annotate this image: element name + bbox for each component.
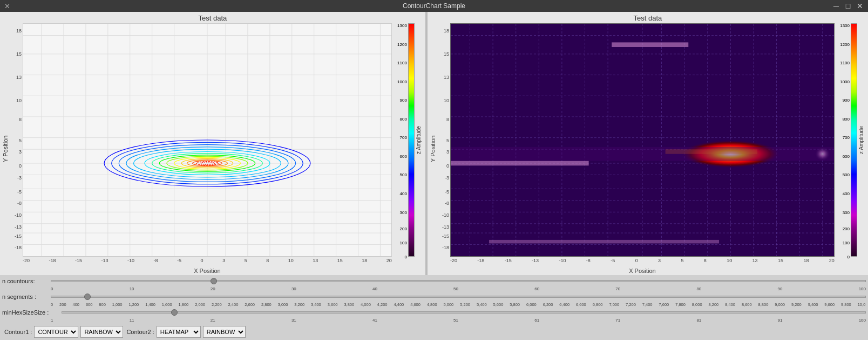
n-segments-tick-labels: 02004006008001,0001,2001,4001,6001,8002,… xyxy=(2,302,866,307)
window-controls: ─ □ ✕ xyxy=(831,1,865,11)
n-contours-thumb[interactable] xyxy=(211,278,217,284)
n-contours-slider-container[interactable] xyxy=(51,276,866,286)
n-contours-track[interactable] xyxy=(51,280,866,282)
heatmap-colorbar-gradient xyxy=(851,23,857,257)
controls-area: n countours: 0102030405060708090100 n se… xyxy=(0,275,868,324)
heatmap-plot xyxy=(450,23,835,257)
app-icon: ✕ xyxy=(4,2,10,10)
min-hex-slider-container[interactable] xyxy=(62,308,866,317)
window-title: ContourChart Sample xyxy=(403,2,465,10)
contour-z-label: z Amplitude xyxy=(415,23,422,257)
contour-chart-container: Y Position 18 15 13 10 8 5 3 0 -3 -5 -8 … xyxy=(1,23,424,274)
min-hex-row: minHexSizeSize : xyxy=(2,308,866,317)
contour-y-ticks: 18 15 13 10 8 5 3 0 -3 -5 -8 -10 -13 -15… xyxy=(10,23,23,257)
contour-chart-axes: 18 15 13 10 8 5 3 0 -3 -5 -8 -10 -13 -15… xyxy=(10,23,392,274)
heatmap-y-label: Y Position xyxy=(429,23,437,274)
n-contours-label: n countours: xyxy=(2,278,51,284)
contour-y-label: Y Position xyxy=(1,23,10,274)
heatmap-chart-title: Test data xyxy=(429,14,867,22)
maximize-button[interactable]: □ xyxy=(843,1,853,11)
contour-x-label: X Position xyxy=(23,268,392,274)
svg-rect-83 xyxy=(451,147,834,161)
contour1-type-select[interactable]: CONTOUR HEATMAP NONE xyxy=(34,326,78,338)
min-hex-thumb[interactable] xyxy=(171,309,178,316)
heatmap-x-ticks: -20-18-15-13-10-8-503581013151820 xyxy=(450,258,835,266)
min-hex-track[interactable] xyxy=(62,311,866,314)
heatmap-x-label: X Position xyxy=(450,268,835,274)
n-contours-row: n countours: xyxy=(2,276,866,286)
min-hex-label: minHexSizeSize : xyxy=(2,309,62,316)
colorbar-gradient xyxy=(408,23,415,257)
contour-plot xyxy=(23,23,392,257)
contour-x-ticks: -20-18-15-13-10-8-503581013151820 xyxy=(23,258,392,266)
colorbar-tick-labels: 1300 1200 1100 1000 900 800 700 600 500 … xyxy=(392,23,408,257)
contour-colorbar: 1300 1200 1100 1000 900 800 700 600 500 … xyxy=(392,23,424,274)
heatmap-chart-panel: Test data Y Position 18 15 13 10 8 5 3 0… xyxy=(428,12,868,275)
title-bar: ✕ ContourChart Sample ─ □ ✕ xyxy=(0,0,868,12)
n-segments-track[interactable] xyxy=(51,296,866,298)
min-hex-tick-labels: 1112131415161718191100 xyxy=(2,318,866,323)
n-segments-thumb[interactable] xyxy=(84,294,91,300)
close-button[interactable]: ✕ xyxy=(855,1,865,11)
bottom-controls: Contour1 : CONTOUR HEATMAP NONE RAINBOW … xyxy=(0,324,868,340)
contour-chart-title: Test data xyxy=(1,14,424,22)
contour2-label: Contour2 : xyxy=(126,329,154,335)
n-contours-tick-labels: 0102030405060708090100 xyxy=(2,286,866,291)
contour-chart-panel: Test data Y Position 18 15 13 10 8 5 3 0… xyxy=(0,12,425,275)
contour2-group: Contour2 : CONTOUR HEATMAP NONE RAINBOW … xyxy=(126,326,245,338)
contour2-type-select[interactable]: CONTOUR HEATMAP NONE xyxy=(157,326,201,338)
heatmap-chart-container: Y Position 18 15 13 10 8 5 3 0 -3 -5 -8 … xyxy=(429,23,867,274)
minimize-button[interactable]: ─ xyxy=(831,1,841,11)
n-segments-slider-container[interactable] xyxy=(51,292,866,302)
contour2-colormap-select[interactable]: RAINBOW JET HOT COOL xyxy=(203,326,246,338)
heatmap-colorbar: 1300 1200 1100 1000 900 800 700 600 500 … xyxy=(835,23,867,274)
contour-grid-svg xyxy=(23,24,391,256)
charts-area: Test data Y Position 18 15 13 10 8 5 3 0… xyxy=(0,12,868,275)
heatmap-z-label: z Amplitude xyxy=(857,23,865,257)
svg-rect-78 xyxy=(451,161,589,166)
heatmap-colorbar-ticks: 1300 1200 1100 1000 900 800 700 600 500 … xyxy=(835,23,851,257)
contour1-group: Contour1 : CONTOUR HEATMAP NONE RAINBOW … xyxy=(4,326,123,338)
n-segments-label: n segments : xyxy=(2,294,51,300)
svg-rect-84 xyxy=(489,240,719,243)
heatmap-svg xyxy=(451,24,834,256)
contour1-label: Contour1 : xyxy=(4,329,32,335)
n-segments-row: n segments : xyxy=(2,292,866,302)
contour1-colormap-select[interactable]: RAINBOW JET HOT COOL xyxy=(80,326,123,338)
heatmap-chart-axes: 18 15 13 10 8 5 3 0 -3 -5 -8 -10 -13 -15… xyxy=(437,23,835,274)
heatmap-y-ticks: 18 15 13 10 8 5 3 0 -3 -5 -8 -10 -13 -15… xyxy=(437,23,450,257)
svg-rect-79 xyxy=(612,42,688,47)
